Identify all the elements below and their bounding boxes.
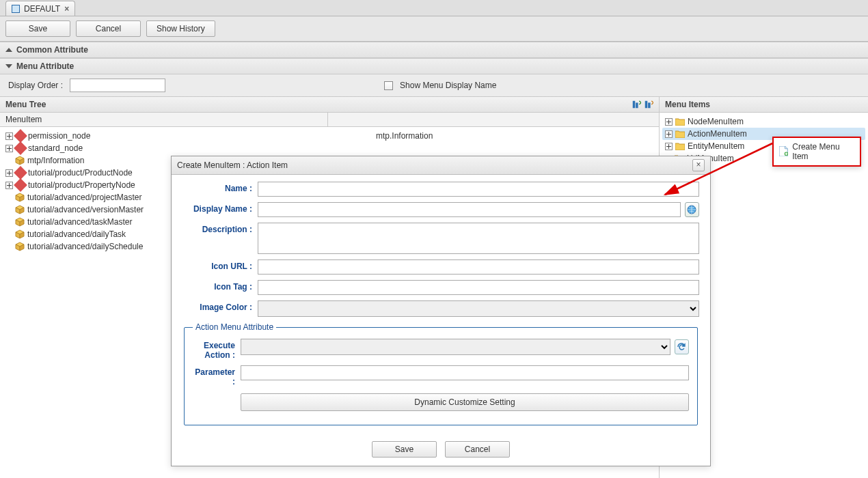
menu-items-title: Menu Items [665, 100, 710, 109]
cancel-button[interactable]: Cancel [76, 20, 141, 37]
tab-bar: DEFAULT × [0, 0, 868, 16]
menu-tree-col-spacer [328, 113, 659, 126]
context-item-label: Create Menu Item [792, 142, 854, 161]
tree-item-label: mtp/Information [27, 156, 84, 165]
cube-icon [15, 229, 25, 239]
chevron-up-icon [5, 48, 12, 52]
cube-icon [15, 242, 25, 251]
display-name-label: Display Name : [182, 202, 258, 214]
selected-node-title: mtp.Information [171, 127, 711, 141]
show-display-name-checkbox[interactable] [384, 81, 393, 90]
tree-item-label: tutorial/product/PropertyNode [28, 180, 135, 190]
chevron-down-icon [5, 64, 12, 68]
icon-tag-input[interactable] [258, 280, 699, 295]
top-toolbar: Save Cancel Show History [0, 16, 868, 42]
name-label: Name : [182, 182, 258, 193]
expand-icon[interactable] [665, 143, 673, 150]
node-icon [14, 178, 27, 192]
menu-tree-panel: Menu Tree MenuItem permission_node [0, 97, 660, 478]
cube-icon [15, 205, 25, 214]
execute-action-select[interactable] [241, 339, 670, 355]
menu-tree-columns: MenuItem [0, 113, 659, 127]
node-icon [14, 129, 27, 143]
main-split: Menu Tree MenuItem permission_node [0, 97, 868, 478]
menu-item-node[interactable]: NodeMenuItem [662, 115, 865, 128]
description-input[interactable] [258, 223, 699, 254]
cube-icon [15, 193, 25, 202]
action-group-legend: Action Menu Attribute [193, 322, 276, 332]
expand-all-icon[interactable] [632, 100, 641, 109]
dialog-header: Create MenuItem : Action Item × [172, 156, 710, 175]
menu-item-label: EntityMenuItem [688, 141, 744, 151]
icon-url-input[interactable] [258, 259, 699, 275]
dialog-body: Name : Display Name : [172, 175, 710, 432]
create-menuitem-dialog: Create MenuItem : Action Item × Name : D… [171, 156, 711, 466]
menu-attribute-body: Display Order : Show Menu Display Name [0, 74, 868, 97]
dialog-cancel-button[interactable]: Cancel [445, 441, 510, 458]
execute-action-label: Execute Action : [193, 339, 241, 360]
action-menu-attribute-group: Action Menu Attribute Execute Action : [184, 322, 698, 425]
tab-close-icon[interactable]: × [64, 4, 69, 14]
tree-item-label: tutorial/product/ProductNode [28, 168, 133, 178]
new-page-icon [779, 146, 788, 157]
image-color-select[interactable] [258, 300, 699, 317]
dialog-close-button[interactable]: × [692, 159, 705, 171]
expand-icon[interactable] [5, 182, 13, 189]
folder-icon [675, 142, 685, 150]
tab-label: DEFAULT [24, 4, 60, 14]
tree-item-label: tutorial/advanced/taskMaster [27, 217, 132, 227]
menu-attribute-label: Menu Attribute [16, 61, 74, 71]
collapse-all-icon[interactable] [644, 100, 653, 109]
menu-item-label: NodeMenuItem [688, 117, 744, 126]
svg-rect-3 [648, 102, 651, 108]
parameter-input[interactable] [241, 365, 689, 380]
menu-tree-col-header: MenuItem [0, 113, 328, 126]
tree-item-label: permission_node [28, 131, 90, 141]
folder-icon [675, 117, 685, 126]
display-order-input[interactable] [70, 79, 165, 92]
menu-tree-title: Menu Tree [5, 100, 46, 109]
parameter-label: Parameter : [193, 365, 241, 386]
tree-item-label: tutorial/advanced/dailySchedule [27, 242, 143, 251]
dynamic-customize-button[interactable]: Dynamic Customize Setting [241, 393, 689, 411]
tab-icon [12, 5, 20, 13]
show-display-name-label: Show Menu Display Name [400, 81, 496, 90]
icon-url-label: Icon URL : [182, 259, 258, 271]
context-menu: Create Menu Item [772, 137, 861, 167]
svg-rect-2 [645, 101, 648, 109]
display-name-input[interactable] [258, 202, 681, 217]
dialog-title: Create MenuItem : Action Item [177, 160, 288, 170]
save-button[interactable]: Save [5, 20, 70, 37]
display-order-label: Display Order : [8, 81, 63, 90]
dialog-save-button[interactable]: Save [372, 441, 437, 458]
globe-icon[interactable] [685, 202, 699, 217]
menu-attribute-header[interactable]: Menu Attribute [0, 58, 868, 74]
refresh-icon[interactable] [675, 339, 689, 354]
cube-icon [15, 156, 25, 165]
description-label: Description : [182, 223, 258, 234]
node-icon [14, 166, 27, 180]
expand-icon[interactable] [665, 130, 673, 138]
expand-icon[interactable] [5, 132, 13, 140]
expand-icon[interactable] [5, 169, 13, 177]
tree-item-standard[interactable]: standard_node [3, 142, 656, 154]
tree-item-label: tutorial/advanced/dailyTask [27, 229, 126, 239]
dialog-footer: Save Cancel [172, 432, 710, 466]
tree-item-label: tutorial/advanced/projectMaster [27, 193, 141, 202]
context-create-menu-item[interactable]: Create Menu Item [775, 139, 858, 164]
image-color-label: Image Color : [182, 300, 258, 312]
tree-item-label: tutorial/advanced/versionMaster [27, 205, 144, 214]
menu-tree-title-bar: Menu Tree [0, 97, 659, 113]
show-history-button[interactable]: Show History [146, 20, 215, 37]
common-attribute-label: Common Attribute [16, 45, 88, 55]
common-attribute-header[interactable]: Common Attribute [0, 42, 868, 58]
tree-item-label: standard_node [28, 143, 83, 153]
icon-tag-label: Icon Tag : [182, 280, 258, 292]
expand-icon[interactable] [5, 145, 13, 152]
svg-rect-1 [636, 102, 638, 108]
tab-default[interactable]: DEFAULT × [5, 1, 75, 16]
details-pane: mtp.Information Create MenuItem : Action… [171, 127, 711, 141]
name-input[interactable] [258, 182, 699, 197]
expand-icon[interactable] [665, 118, 673, 126]
svg-rect-0 [633, 101, 636, 109]
